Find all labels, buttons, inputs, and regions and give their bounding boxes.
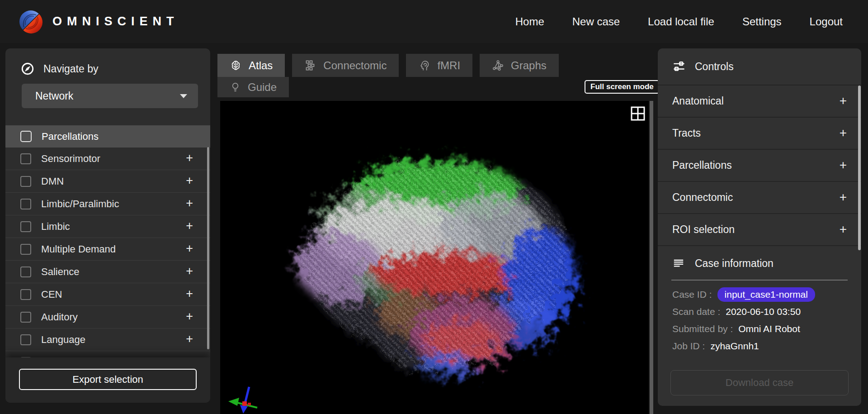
field-label: Case ID :	[672, 289, 712, 300]
layout-grid-icon[interactable]	[631, 106, 645, 121]
tab-connectomic[interactable]: Connectomic	[292, 54, 399, 77]
dmn-checkbox[interactable]	[20, 176, 31, 187]
tab-graphs[interactable]: Graphs	[480, 54, 559, 77]
list-item-limbic[interactable]: Limbic +	[5, 215, 210, 238]
expand-plus-icon[interactable]: +	[840, 157, 847, 172]
accordion-tracts[interactable]: Tracts +	[658, 117, 861, 149]
accordion-label: Connectomic	[672, 191, 733, 204]
nav-item-settings[interactable]: Settings	[742, 15, 782, 28]
tab-label: Atlas	[249, 59, 273, 72]
bulb-icon	[230, 81, 241, 93]
expand-plus-icon[interactable]: +	[186, 196, 193, 210]
brain-3d-viewport[interactable]	[220, 101, 649, 414]
navigate-by-select[interactable]: Network	[22, 84, 198, 108]
item-label: Sensorimotor	[41, 153, 100, 165]
item-label: Language	[41, 334, 85, 346]
list-item-sensorimotor[interactable]: Sensorimotor +	[5, 148, 210, 170]
controls-scrollbar[interactable]	[858, 86, 861, 250]
item-label: Multiple Demand	[41, 243, 116, 255]
brand-logo[interactable]: OMNISCIENT	[19, 10, 179, 33]
limbic-paralimbic-checkbox[interactable]	[20, 199, 31, 209]
item-label: Limbic/Paralimbic	[41, 198, 119, 210]
tab-guide[interactable]: Guide	[217, 77, 289, 97]
divider	[658, 245, 861, 246]
brain-render	[251, 123, 613, 394]
sidebar-scrollbar[interactable]	[207, 147, 209, 349]
list-item-limbic-paralimbic[interactable]: Limbic/Paralimbic +	[5, 193, 210, 215]
accordion-connectomic[interactable]: Connectomic +	[658, 181, 861, 213]
head-icon	[418, 59, 430, 71]
secondary-tabs: Guide	[217, 77, 289, 97]
expand-plus-icon[interactable]: +	[186, 287, 193, 301]
nav-item-new-case[interactable]: New case	[572, 15, 620, 28]
sidebar-footer: Export selection	[5, 357, 210, 403]
connectome-icon	[304, 59, 316, 71]
language-checkbox[interactable]	[20, 334, 31, 345]
expand-plus-icon[interactable]: +	[840, 125, 847, 140]
parcellations-checkbox[interactable]	[20, 131, 32, 142]
limbic-checkbox[interactable]	[20, 221, 31, 232]
sliders-icon	[672, 60, 686, 73]
item-label: Auditory	[41, 311, 78, 323]
download-case-button[interactable]: Download case	[670, 370, 849, 395]
case-id-badge: input_case1-normal	[717, 287, 815, 302]
expand-plus-icon[interactable]: +	[186, 219, 193, 233]
field-label: Job ID :	[672, 341, 705, 352]
expand-plus-icon[interactable]: +	[186, 151, 193, 165]
list-group-parcellations[interactable]: Parcellations	[5, 125, 210, 148]
case-information-title: Case information	[695, 257, 774, 270]
field-value: 2020-06-10 03:50	[726, 306, 801, 317]
list-item-cen[interactable]: CEN +	[5, 283, 210, 306]
sensorimotor-checkbox[interactable]	[20, 153, 31, 164]
top-menu: Home New case Load local file Settings L…	[515, 15, 843, 28]
navigate-by-header: Navigate by	[5, 48, 210, 76]
salience-checkbox[interactable]	[20, 266, 31, 277]
expand-plus-icon[interactable]: +	[840, 222, 847, 236]
tab-label: Connectomic	[323, 59, 387, 72]
nav-item-logout[interactable]: Logout	[810, 15, 843, 28]
field-scan-date: Scan date : 2020-06-10 03:50	[672, 303, 861, 320]
auditory-checkbox[interactable]	[20, 312, 31, 323]
list-item-salience[interactable]: Salience +	[5, 261, 210, 283]
expand-plus-icon[interactable]: +	[186, 309, 193, 324]
full-screen-mode-button[interactable]: Full screen mode	[585, 80, 660, 94]
tab-atlas[interactable]: Atlas	[217, 54, 285, 77]
field-job-id: Job ID : zyhaGnnh1	[672, 338, 861, 355]
list-item-auditory[interactable]: Auditory +	[5, 306, 210, 328]
nav-item-load-local-file[interactable]: Load local file	[648, 15, 714, 28]
brand-logo-icon	[19, 10, 42, 33]
list-item-clipped[interactable]: Visual +	[5, 351, 210, 357]
cen-checkbox[interactable]	[20, 289, 31, 300]
accordion-anatomical[interactable]: Anatomical +	[658, 85, 861, 117]
item-label: CEN	[41, 289, 62, 300]
expand-plus-icon[interactable]: +	[186, 174, 193, 188]
expand-plus-icon[interactable]: +	[186, 264, 193, 278]
tab-fmri[interactable]: fMRI	[406, 54, 472, 77]
orientation-axes-gizmo	[227, 386, 265, 414]
controls-sidebar: Controls Anatomical + Tracts + Parcellat…	[658, 48, 861, 406]
list-item-language[interactable]: Language +	[5, 328, 210, 351]
field-label: Scan date :	[672, 306, 720, 317]
nav-item-home[interactable]: Home	[515, 15, 544, 28]
accordion-roi-selection[interactable]: ROI selection +	[658, 213, 861, 245]
multiple-demand-checkbox[interactable]	[20, 244, 31, 255]
parcellations-label: Parcellations	[42, 131, 99, 143]
navigate-sidebar: Navigate by Network Parcellations Sensor…	[5, 48, 210, 403]
navigate-by-title: Navigate by	[43, 63, 98, 75]
app-window: OMNISCIENT Home New case Load local file…	[0, 0, 868, 414]
accordion-label: Anatomical	[672, 95, 724, 107]
field-case-id: Case ID : input_case1-normal	[672, 286, 861, 303]
tab-label: Graphs	[511, 59, 547, 72]
expand-plus-icon[interactable]: +	[840, 190, 847, 204]
list-item-multiple-demand[interactable]: Multiple Demand +	[5, 238, 210, 261]
expand-plus-icon[interactable]: +	[840, 93, 847, 108]
expand-plus-icon[interactable]: +	[186, 332, 193, 346]
expand-plus-icon[interactable]: +	[186, 242, 193, 256]
viewport-scrollbar[interactable]	[650, 101, 653, 414]
list-item-dmn[interactable]: DMN +	[5, 170, 210, 193]
top-navigation-bar: OMNISCIENT Home New case Load local file…	[0, 0, 868, 43]
accordion-label: Parcellations	[672, 159, 732, 171]
accordion-parcellations[interactable]: Parcellations +	[658, 149, 861, 181]
parcellations-list: Parcellations Sensorimotor + DMN + Limbi…	[5, 125, 210, 357]
export-selection-button[interactable]: Export selection	[19, 369, 197, 390]
